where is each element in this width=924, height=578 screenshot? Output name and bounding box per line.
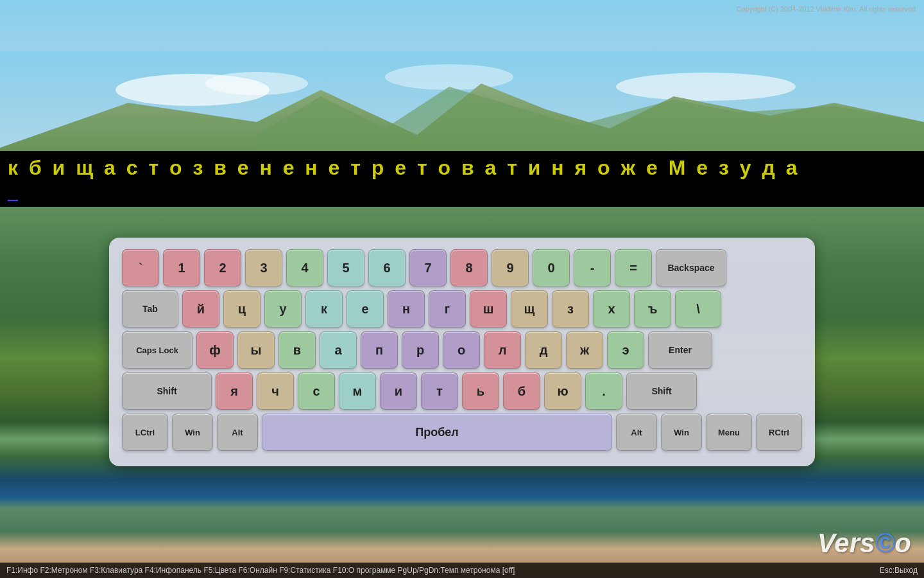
key-8[interactable]: 8	[450, 249, 488, 286]
keyboard-row-shift: Shift я ч с м и т ь б ю . Shift	[122, 372, 802, 410]
key-6[interactable]: 6	[368, 249, 406, 286]
key-right-shift[interactable]: Shift	[626, 372, 697, 410]
ticker-area: к б и щ а с т о з в е н е н е т р е т о …	[0, 151, 924, 207]
key-2[interactable]: 2	[204, 249, 241, 286]
bottom-bar: F1:Инфо F2:Метроном F3:Клавиатура F4:Инф…	[0, 563, 924, 578]
key-а[interactable]: а	[320, 331, 357, 369]
key-ю[interactable]: ю	[544, 372, 581, 410]
key-ж[interactable]: ж	[566, 331, 603, 369]
key-space[interactable]: Пробел	[262, 414, 612, 451]
key-ч[interactable]: ч	[257, 372, 294, 410]
copyright-text: Copyright (C) 2004-2012 Vladimir Kim. Al…	[737, 5, 918, 13]
svg-point-4	[616, 73, 796, 101]
key-й[interactable]: й	[182, 290, 219, 328]
keyboard-row-numbers: ` 1 2 3 4 5 6 7 8 9 0 - = Backspace	[122, 249, 802, 286]
key-backtick[interactable]: `	[122, 249, 159, 286]
key-б[interactable]: б	[503, 372, 540, 410]
keyboard-row-top: Tab й ц у к е н г ш щ з х ъ \	[122, 290, 802, 328]
key-4[interactable]: 4	[286, 249, 323, 286]
key-right-win[interactable]: Win	[661, 414, 702, 451]
key-7[interactable]: 7	[409, 249, 447, 286]
key-э[interactable]: э	[607, 331, 644, 369]
key-ь[interactable]: ь	[462, 372, 499, 410]
keyboard-row-bottom: LCtrl Win Alt Пробел Alt Win Menu RCtrl	[122, 414, 802, 451]
key-capslock[interactable]: Caps Lock	[122, 331, 193, 369]
key-right-ctrl[interactable]: RCtrl	[756, 414, 802, 451]
key-ш[interactable]: ш	[470, 290, 507, 328]
keyboard-row-home: Caps Lock ф ы в а п р о л д ж э Enter	[122, 331, 802, 369]
key-м[interactable]: м	[339, 372, 376, 410]
key-д[interactable]: д	[525, 331, 562, 369]
key-з[interactable]: з	[552, 290, 589, 328]
bottom-bar-shortcuts: F1:Инфо F2:Метроном F3:Клавиатура F4:Инф…	[6, 566, 880, 575]
key-minus[interactable]: -	[574, 249, 611, 286]
key-п[interactable]: п	[361, 331, 398, 369]
key-equals[interactable]: =	[615, 249, 652, 286]
key-в[interactable]: в	[278, 331, 316, 369]
key-0[interactable]: 0	[533, 249, 570, 286]
key-enter[interactable]: Enter	[648, 331, 712, 369]
key-period[interactable]: .	[585, 372, 622, 410]
key-е[interactable]: е	[346, 290, 384, 328]
key-у[interactable]: у	[264, 290, 302, 328]
key-н[interactable]: н	[388, 290, 425, 328]
key-г[interactable]: г	[429, 290, 466, 328]
ticker-text: к б и щ а с т о з в е н е н е т р е т о …	[8, 156, 916, 180]
key-ц[interactable]: ц	[223, 290, 261, 328]
key-menu[interactable]: Menu	[706, 414, 752, 451]
key-л[interactable]: л	[484, 331, 521, 369]
keyboard-container: ` 1 2 3 4 5 6 7 8 9 0 - = Backspace Tab …	[109, 238, 815, 466]
key-left-win[interactable]: Win	[172, 414, 213, 451]
key-и[interactable]: и	[380, 372, 417, 410]
key-с[interactable]: с	[298, 372, 335, 410]
key-к[interactable]: к	[305, 290, 343, 328]
key-ф[interactable]: ф	[196, 331, 234, 369]
key-left-alt[interactable]: Alt	[217, 414, 258, 451]
key-р[interactable]: р	[402, 331, 439, 369]
ticker-cursor: _	[8, 181, 916, 202]
key-щ[interactable]: щ	[511, 290, 548, 328]
key-backslash[interactable]: \	[675, 290, 721, 328]
key-backspace[interactable]: Backspace	[656, 249, 726, 286]
key-1[interactable]: 1	[163, 249, 200, 286]
key-х[interactable]: х	[593, 290, 630, 328]
svg-point-2	[205, 72, 308, 95]
key-я[interactable]: я	[216, 372, 253, 410]
key-3[interactable]: 3	[245, 249, 282, 286]
svg-point-3	[385, 64, 513, 90]
key-5[interactable]: 5	[327, 249, 364, 286]
key-ы[interactable]: ы	[237, 331, 275, 369]
key-9[interactable]: 9	[492, 249, 529, 286]
verseo-logo: Vers©o	[817, 528, 911, 559]
key-tab[interactable]: Tab	[122, 290, 178, 328]
key-left-ctrl[interactable]: LCtrl	[122, 414, 168, 451]
key-ъ[interactable]: ъ	[634, 290, 671, 328]
key-т[interactable]: т	[421, 372, 458, 410]
key-о[interactable]: о	[443, 331, 480, 369]
bottom-bar-exit: Esc:Выход	[880, 566, 918, 575]
verseo-logo-accent: ©	[875, 528, 894, 558]
key-right-alt[interactable]: Alt	[616, 414, 657, 451]
key-left-shift[interactable]: Shift	[122, 372, 212, 410]
